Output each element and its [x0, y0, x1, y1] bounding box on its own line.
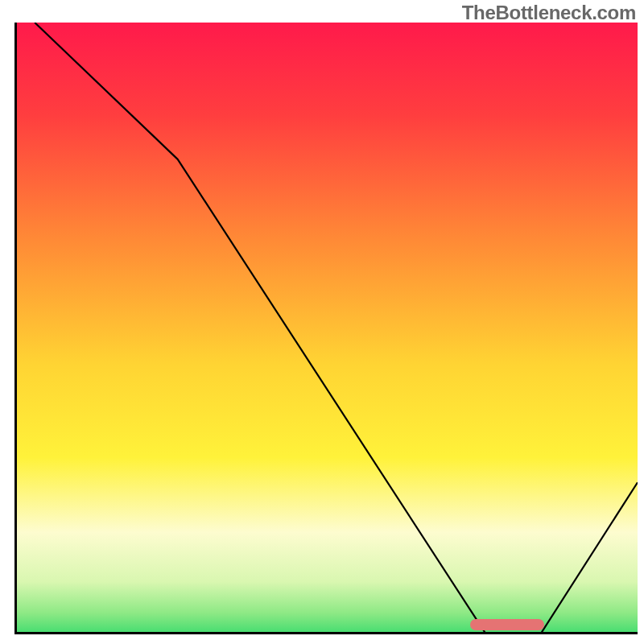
plot-area [16, 23, 638, 633]
chart-container: TheBottleneck.com [0, 0, 644, 644]
y-axis [14, 23, 17, 634]
data-curve [16, 23, 638, 633]
optimal-range-marker [470, 619, 545, 630]
watermark-text: TheBottleneck.com [462, 2, 636, 24]
x-axis [14, 632, 638, 634]
